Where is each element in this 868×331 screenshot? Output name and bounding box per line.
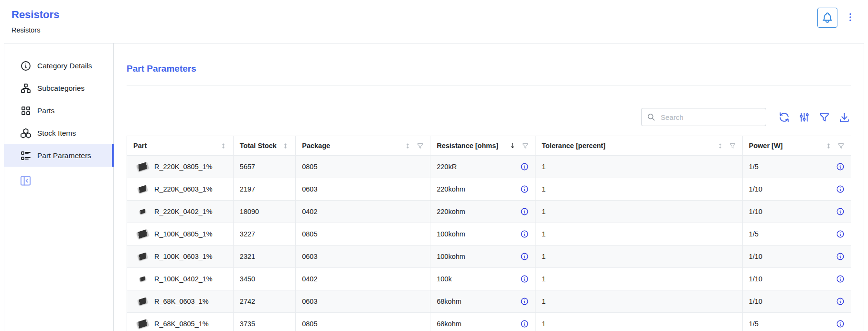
package-cell: 0603 [296, 178, 430, 201]
total-stock-cell: 2197 [233, 178, 295, 201]
part-name: R_100K_0402_1% [154, 275, 213, 283]
part-thumbnail [136, 318, 149, 330]
total-stock-cell: 3227 [233, 223, 295, 246]
part-thumbnail [136, 273, 149, 285]
sidebar-item-subcategories[interactable]: Subcategories [4, 77, 113, 99]
tolerance-cell: 1 [536, 313, 743, 331]
list-details-icon [20, 150, 32, 161]
info-icon[interactable] [836, 207, 845, 216]
info-circle-icon [20, 60, 32, 72]
sidebar-item-part-parameters[interactable]: Part Parameters [4, 144, 113, 167]
search-box[interactable] [641, 108, 766, 126]
sidebar-item-category-details[interactable]: Category Details [4, 54, 113, 77]
active-indicator [112, 144, 114, 167]
table-row[interactable]: R_220K_0805_1% 5657 0805 220kR 1 1/5 [127, 156, 851, 178]
column-header-power[interactable]: Power [W] [742, 136, 851, 156]
power-value: 1/10 [749, 185, 762, 193]
overflow-menu-button[interactable] [845, 12, 856, 22]
resistance-value: 100kohm [437, 230, 465, 238]
download-button[interactable] [838, 111, 850, 123]
info-icon[interactable] [520, 207, 529, 216]
column-header-resistance[interactable]: Resistance [ohms] [430, 136, 536, 156]
power-value: 1/10 [749, 298, 762, 305]
info-icon[interactable] [520, 230, 529, 238]
column-header-total_stock[interactable]: Total Stock [233, 136, 295, 156]
refresh-icon [778, 111, 790, 123]
sort-icon[interactable] [282, 142, 289, 149]
info-icon[interactable] [520, 275, 529, 283]
resistance-value: 220kohm [437, 185, 465, 193]
package-cell: 0805 [296, 313, 430, 331]
part-thumbnail [136, 205, 149, 218]
section-divider [127, 85, 851, 85]
package-cell: 0402 [296, 201, 430, 223]
part-thumbnail [136, 250, 149, 263]
info-icon[interactable] [520, 185, 529, 193]
sidebar-item-label: Stock Items [37, 129, 76, 138]
info-icon[interactable] [520, 252, 529, 261]
column-header-tolerance[interactable]: Tolerance [percent] [536, 136, 743, 156]
sort-icon[interactable] [404, 142, 411, 149]
table-row[interactable]: R_100K_0402_1% 3450 0402 100k 1 1/10 [127, 268, 851, 290]
table-row[interactable]: R_68K_0805_1% 3735 0805 68kohm 1 1/5 [127, 313, 851, 331]
sort-icon[interactable] [509, 142, 516, 149]
part-name: R_220K_0603_1% [154, 185, 213, 193]
notifications-button[interactable] [817, 8, 837, 28]
info-icon[interactable] [520, 320, 529, 328]
info-icon[interactable] [836, 185, 845, 193]
column-header-part[interactable]: Part [127, 136, 234, 156]
top-header: Resistors Resistors [0, 0, 868, 43]
table-row[interactable]: R_220K_0603_1% 2197 0603 220kohm 1 1/10 [127, 178, 851, 201]
sort-icon[interactable] [825, 142, 832, 149]
total-stock-cell: 2321 [233, 246, 295, 268]
column-label: Total Stock [240, 142, 277, 149]
table-row[interactable]: R_220K_0402_1% 18090 0402 220kohm 1 1/10 [127, 201, 851, 223]
table-row[interactable]: R_100K_0603_1% 2321 0603 100kohm 1 1/10 [127, 246, 851, 268]
main-content: Part Parameters Part [114, 43, 864, 331]
column-filter-icon[interactable] [522, 142, 529, 149]
sort-icon[interactable] [717, 142, 724, 149]
info-icon[interactable] [520, 297, 529, 306]
sitemap-icon [20, 83, 32, 94]
package-cell: 0805 [296, 223, 430, 246]
tolerance-cell: 1 [536, 201, 743, 223]
resistance-value: 220kR [437, 163, 457, 171]
tolerance-cell: 1 [536, 246, 743, 268]
column-header-package[interactable]: Package [296, 136, 430, 156]
sidebar-nav: Category Details Subcategories Parts Sto… [4, 54, 113, 167]
table-options-button[interactable] [798, 111, 810, 123]
info-icon[interactable] [836, 252, 845, 261]
info-icon[interactable] [836, 297, 845, 306]
breadcrumb[interactable]: Resistors [11, 26, 59, 34]
resistance-value: 68kohm [437, 320, 461, 328]
collapse-sidebar-button[interactable] [19, 174, 32, 187]
resistance-value: 100kohm [437, 253, 465, 260]
info-icon[interactable] [836, 275, 845, 283]
search-input[interactable] [660, 113, 761, 122]
info-icon[interactable] [836, 162, 845, 171]
sidebar-item-parts[interactable]: Parts [4, 99, 113, 122]
column-filter-icon[interactable] [837, 142, 845, 149]
power-value: 1/5 [749, 320, 759, 328]
table-row[interactable]: R_100K_0805_1% 3227 0805 100kohm 1 1/5 [127, 223, 851, 246]
column-filter-icon[interactable] [417, 142, 424, 149]
header-left: Resistors Resistors [11, 7, 59, 43]
info-icon[interactable] [836, 230, 845, 238]
part-name: R_68K_0805_1% [154, 320, 209, 328]
part-thumbnail [136, 295, 149, 308]
category-panel: Category Details Subcategories Parts Sto… [4, 43, 864, 331]
info-icon[interactable] [520, 162, 529, 171]
table-row[interactable]: R_68K_0603_1% 2742 0603 68kohm 1 1/10 [127, 290, 851, 313]
package-cell: 0603 [296, 290, 430, 313]
total-stock-cell: 3735 [233, 313, 295, 331]
sidebar-item-stock-items[interactable]: Stock Items [4, 122, 113, 144]
sort-icon[interactable] [220, 142, 227, 149]
part-thumbnail [136, 228, 149, 240]
filter-button[interactable] [818, 111, 830, 123]
tolerance-cell: 1 [536, 290, 743, 313]
column-filter-icon[interactable] [729, 142, 736, 149]
tolerance-cell: 1 [536, 178, 743, 201]
info-icon[interactable] [836, 320, 845, 328]
tolerance-cell: 1 [536, 268, 743, 290]
refresh-button[interactable] [778, 111, 790, 123]
